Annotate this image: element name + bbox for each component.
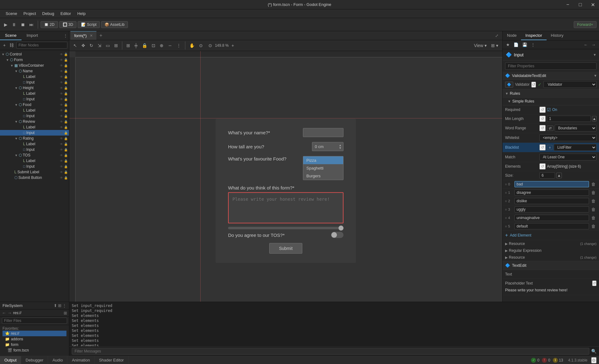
form-review-textarea[interactable]	[228, 192, 343, 223]
filesystem-fav-res[interactable]: ⭐ res://	[2, 331, 66, 336]
filesystem-tool-2[interactable]: ⊞	[58, 303, 61, 308]
inspector-favorites[interactable]: ★	[504, 42, 511, 48]
form-submit-button[interactable]: Submit	[269, 243, 302, 254]
filesystem-nav-forward[interactable]: →	[7, 310, 12, 315]
bottom-tab-animation[interactable]: Animation	[67, 356, 95, 364]
bottom-tab-shader[interactable]: Shader Editor	[95, 356, 129, 364]
rules-section-header[interactable]: ▼ Rules	[503, 89, 599, 98]
node-type-dropdown-arrow[interactable]: ▾	[594, 52, 596, 57]
inspector-filter-input[interactable]	[505, 62, 597, 70]
menu-debug[interactable]: Debug	[39, 10, 57, 17]
canvas-transform-tool[interactable]: ⊞	[113, 42, 119, 49]
tree-item-input-11[interactable]: □Input👁🔒	[0, 113, 69, 119]
array-delete-2[interactable]: 🗑	[590, 198, 597, 204]
array-delete-3[interactable]: 🗑	[590, 207, 597, 212]
food-option-burgers[interactable]: Burgers	[303, 172, 343, 180]
canvas-move-tool[interactable]: ✥	[80, 42, 87, 49]
array-delete-1[interactable]: 🗑	[590, 190, 597, 195]
filesystem-filter-input[interactable]	[2, 318, 67, 324]
food-option-pizza[interactable]: Pizza	[303, 156, 343, 164]
array-drag-handle-5[interactable]: ≡	[505, 225, 507, 228]
array-value-input-5[interactable]	[514, 223, 589, 229]
log-search-btn[interactable]: 🔍	[591, 349, 597, 354]
canvas-zoom-more[interactable]: +	[230, 42, 236, 49]
close-button[interactable]: ✕	[587, 0, 599, 9]
scene-add-node[interactable]: +	[2, 42, 7, 48]
canvas-snap-grid[interactable]: ⊞	[125, 42, 132, 49]
toolbar-stop-button[interactable]: ⏹	[19, 21, 27, 28]
filesystem-more[interactable]: ⋮	[62, 303, 66, 308]
tree-item-tos-18[interactable]: ▼⬡TOS👁🔒	[0, 152, 69, 158]
tree-item-label-4[interactable]: LLabel👁🔒	[0, 74, 69, 79]
canvas-group[interactable]: ⊡	[150, 42, 157, 49]
tree-item-vboxcontainer-2[interactable]: ▼▦VBoxContainer👁🔒	[0, 63, 69, 68]
tree-item-rating-15[interactable]: ▼⬡Rating👁🔒	[0, 136, 69, 141]
array-value-input-0[interactable]	[514, 181, 589, 187]
blacklist-dropdown[interactable]: ListFilter	[554, 144, 597, 151]
validator-dropdown[interactable]: Validator	[543, 81, 597, 88]
tree-item-label-13[interactable]: LLabel👁🔒	[0, 124, 69, 130]
array-delete-0[interactable]: 🗑	[590, 181, 597, 187]
canvas-zoom-options[interactable]: ⊙	[197, 42, 204, 49]
elements-reset-btn[interactable]: ↺	[539, 163, 546, 170]
match-dropdown[interactable]: At Least One	[539, 154, 597, 160]
tree-item-form-1[interactable]: ▼⬡Form👁🔒	[0, 57, 69, 63]
canvas-rect-tool[interactable]: ▭	[104, 42, 111, 49]
inspector-more-options[interactable]: ⋮	[529, 42, 537, 48]
canvas-tab-close[interactable]: ✕	[90, 34, 93, 38]
form-tos-toggle[interactable]	[331, 232, 343, 238]
toolbar-script-button[interactable]: 📝 Script	[78, 21, 100, 28]
array-drag-handle-0[interactable]: ≡	[505, 183, 507, 186]
menu-help[interactable]: Help	[74, 10, 89, 17]
array-drag-handle-1[interactable]: ≡	[505, 191, 507, 194]
tab-import[interactable]: Import	[22, 31, 43, 40]
bottom-tab-audio[interactable]: Audio	[48, 356, 67, 364]
canvas-pivot[interactable]: ⊕	[158, 42, 165, 49]
array-drag-handle-2[interactable]: ≡	[505, 199, 507, 203]
tree-item-height-6[interactable]: ▼⬡Height👁🔒	[0, 85, 69, 91]
canvas-lock[interactable]: 🔒	[140, 42, 149, 49]
filesystem-nav-back[interactable]: ←	[2, 310, 6, 315]
tree-item-label-19[interactable]: LLabel👁🔒	[0, 158, 69, 164]
inspector-tab-history[interactable]: History	[547, 31, 568, 40]
simple-rules-header[interactable]: ▼ Simple Rules	[503, 98, 599, 105]
min-length-reset-btn[interactable]: ↺	[539, 116, 546, 122]
filesystem-tool-1[interactable]: ⬆	[54, 303, 57, 308]
inspector-tab-node[interactable]: Node	[503, 31, 521, 40]
toolbar-forward-button[interactable]: Forward+	[574, 21, 597, 28]
tree-item-input-20[interactable]: □Input👁🔒	[0, 164, 69, 169]
filesystem-folder-addons[interactable]: 📁 addons	[2, 336, 66, 342]
resource-row[interactable]: ▶ Resource (1 change)	[503, 240, 599, 247]
tab-scene[interactable]: Scene	[0, 31, 22, 40]
canvas-grid-options[interactable]: ⊞ ▾	[489, 42, 500, 49]
canvas-view-options[interactable]: View ▾	[472, 42, 488, 49]
add-element-row[interactable]: + Add Element	[503, 231, 599, 240]
inspector-nav-forward[interactable]: →	[590, 42, 597, 48]
resource2-row[interactable]: ▶ Resource (1 change)	[503, 254, 599, 261]
min-length-up[interactable]: ▲	[592, 116, 597, 122]
form-height-down[interactable]: ▼	[339, 146, 342, 149]
size-up[interactable]: ▲	[556, 173, 562, 178]
placeholder-reset-btn[interactable]: ↺	[592, 280, 597, 286]
form-height-input[interactable]	[312, 142, 337, 151]
canvas-viewport[interactable]: What's your name?* How tall are you? ▲ ▼	[69, 51, 502, 302]
array-drag-handle-4[interactable]: ≡	[505, 216, 507, 220]
log-filter-input[interactable]	[72, 348, 589, 355]
scene-panel-expand[interactable]: ⋮	[62, 33, 69, 39]
canvas-scale-tool[interactable]: ⇲	[96, 42, 103, 49]
status-settings-btn[interactable]: ⚙	[591, 357, 597, 363]
maximize-button[interactable]: □	[574, 0, 587, 9]
inspector-open-script[interactable]: 📄	[512, 42, 520, 48]
canvas-snap-guides[interactable]: ╪	[133, 42, 139, 49]
filesystem-folder-form[interactable]: 📁 form	[2, 342, 66, 347]
filesystem-file-form-tscn[interactable]: 🎬 form.tscn	[2, 347, 66, 353]
size-input[interactable]	[539, 172, 555, 179]
tree-item-label-7[interactable]: LLabel👁🔒	[0, 91, 69, 96]
form-review-slider[interactable]	[228, 227, 343, 229]
word-range-reset-btn[interactable]: ↺	[539, 125, 546, 131]
array-drag-handle-3[interactable]: ≡	[505, 208, 507, 211]
menu-scene[interactable]: Scene	[2, 10, 20, 17]
array-value-input-2[interactable]	[514, 198, 589, 204]
toolbar-2d-button[interactable]: 🔲 2D	[41, 21, 58, 28]
toolbar-step-button[interactable]: ⏭	[28, 21, 35, 28]
